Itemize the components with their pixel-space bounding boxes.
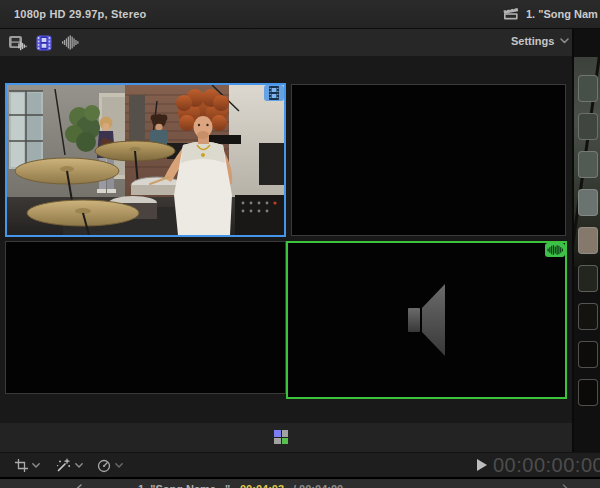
retime-button[interactable] (97, 453, 123, 478)
viewer-footer-bar (0, 423, 572, 452)
format-info-label: 1080p HD 29.97p, Stereo (14, 8, 146, 20)
filmstrip-icon (36, 35, 52, 51)
filmstrip-frame (578, 151, 598, 178)
filmstrip-frame (578, 75, 598, 102)
speaker-icon (407, 281, 447, 359)
current-angle-group: 1. "Song Nam (503, 7, 598, 20)
forward-chevron-icon[interactable] (562, 484, 569, 488)
grid-square-green (282, 438, 289, 445)
settings-button[interactable]: Settings (511, 35, 569, 47)
chevron-down-icon (560, 38, 569, 44)
angle-name-label: 1. "Song Nam (526, 8, 598, 20)
grid-square-gray (282, 430, 289, 437)
viewer-toolbar: Settings (0, 29, 572, 56)
grid-square-gray (274, 438, 281, 445)
display-mode-group (8, 34, 80, 51)
transport-toolbar: 00:00:00:00 (0, 452, 600, 477)
waveform-badge-icon (547, 245, 563, 255)
angle-grid-layout-button[interactable] (274, 430, 288, 444)
chevron-down-icon (75, 463, 83, 468)
film-and-waveform-icon (9, 35, 28, 51)
viewer-header: 1080p HD 29.97p, Stereo 1. "Song Nam (0, 0, 600, 29)
audio-angle-badge (545, 243, 565, 257)
multicam-angle-viewer: 1080p HD 29.97p, Stereo 1. "Song Nam (0, 0, 600, 488)
angle-cell-2[interactable] (291, 84, 566, 236)
browser-filmstrip[interactable] (574, 29, 600, 452)
chevron-down-icon (115, 463, 123, 468)
angle-cell-4-audio[interactable] (286, 241, 567, 399)
filmstrip-frame (578, 379, 598, 406)
back-arrow-icon[interactable] (74, 484, 84, 488)
angle-cell-1-video[interactable] (5, 83, 286, 237)
crop-tool-button[interactable] (15, 453, 40, 478)
settings-label: Settings (511, 35, 554, 47)
clapperboard-icon (503, 7, 519, 20)
drummer-studio-scene (7, 85, 284, 235)
filmstrip-frame (578, 265, 598, 292)
video-angle-badge (264, 85, 284, 101)
filmstrip-frame (578, 303, 598, 330)
grid-square-blue (274, 430, 281, 437)
crop-icon (15, 459, 28, 472)
enhancements-button[interactable] (56, 453, 83, 478)
waveform-icon (62, 35, 79, 50)
filmstrip-badge-icon (268, 86, 280, 100)
angle-cell-3[interactable] (5, 241, 286, 394)
display-video-audio-button[interactable] (8, 34, 28, 51)
filmstrip-frame (578, 189, 598, 216)
filmstrip-frame (578, 227, 598, 254)
project-name-label: 1. "Song Name..." (138, 483, 230, 488)
duration-selected-label: 00:04:03 (240, 483, 284, 488)
play-button[interactable] (477, 459, 487, 471)
retime-dial-icon (97, 459, 111, 473)
display-video-only-button[interactable] (34, 34, 54, 51)
timeline-info-bar: 1. "Song Name..." 00:04:03 / 00:04:00 (0, 479, 600, 488)
magic-wand-icon (56, 458, 71, 473)
display-audio-only-button[interactable] (60, 34, 80, 51)
chevron-down-icon (32, 463, 40, 468)
filmstrip-frame (578, 113, 598, 140)
timecode-display: 00:00:00:00 (493, 454, 600, 477)
filmstrip-frame (578, 341, 598, 368)
duration-total-label: / 00:04:00 (293, 483, 343, 488)
